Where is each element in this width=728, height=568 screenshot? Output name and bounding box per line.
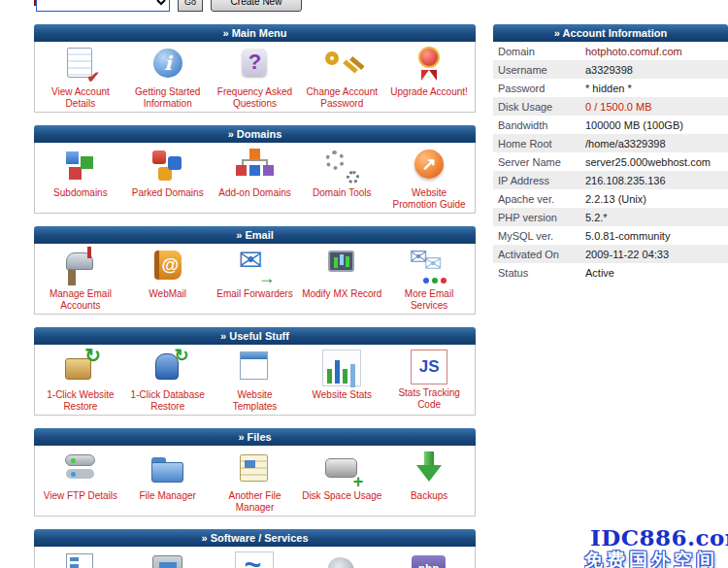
menu-item-1-click-database-restore[interactable]: 1-Click Database Restore xyxy=(124,350,212,412)
menu-item-manage-email-accounts[interactable]: Manage Email Accounts xyxy=(37,249,124,311)
menu-item-label: Modify MX Record xyxy=(298,288,385,300)
swan-icon xyxy=(320,551,363,568)
menu-item-label: Backups xyxy=(385,490,473,502)
parked-icon xyxy=(147,148,189,184)
account-info-value: 2009-11-22 04:33 xyxy=(585,249,669,260)
menu-item-php-icon[interactable] xyxy=(385,551,473,568)
account-info-row: Bandwidth100000 MB (100GB) xyxy=(493,116,728,134)
menu-item-view-ftp-details[interactable]: View FTP Details xyxy=(37,451,124,513)
account-info-row: Apache ver.2.2.13 (Unix) xyxy=(493,189,728,208)
menu-item-website-promotion-guide[interactable]: Website Promotion Guide xyxy=(385,148,473,210)
dolphin-icon xyxy=(235,551,274,568)
section-box: View Account DetailsGetting Started Info… xyxy=(34,42,476,113)
promote-icon xyxy=(408,148,450,184)
account-info-row: PHP version5.2.* xyxy=(493,208,728,226)
account-info-panel: » Account Information Domainhotphoto.com… xyxy=(493,24,728,282)
account-info-label: Disk Usage xyxy=(493,101,585,113)
account-info-value: 2.2.13 (Unix) xyxy=(585,193,646,205)
control-panel-page: Go Create New » Main MenuView Account De… xyxy=(0,0,728,568)
quick-jump-select[interactable] xyxy=(36,0,170,12)
ribbon-icon xyxy=(408,47,450,84)
info-icon xyxy=(147,47,189,84)
section-box: Manage Email AccountsWebMailEmail Forwar… xyxy=(34,244,476,315)
menu-item-label: 1-Click Website Restore xyxy=(37,389,124,412)
section-header: » Useful Stuff xyxy=(34,327,476,345)
menu-item-domain-tools[interactable]: Domain Tools xyxy=(298,148,385,210)
menu-item-modify-mx-record[interactable]: Modify MX Record xyxy=(298,249,385,311)
webmail-icon xyxy=(147,249,189,285)
menu-item-upgrade-account[interactable]: Upgrade Account! xyxy=(385,47,473,109)
menu-item-email-forwarders[interactable]: Email Forwarders xyxy=(212,249,299,311)
account-info-value: server25.000webhost.com xyxy=(585,156,711,168)
menu-item-package-icon[interactable] xyxy=(124,551,212,568)
account-info-label: Home Root xyxy=(493,138,585,150)
menu-item-label: Parked Domains xyxy=(124,187,212,199)
menu-item-label: Add-on Domains xyxy=(212,187,299,199)
account-info-header: » Account Information xyxy=(493,24,728,42)
menu-item-label: Subdomains xyxy=(37,187,124,199)
menu-item-parked-domains[interactable]: Parked Domains xyxy=(124,148,212,210)
watermark-text: IDC886.com xyxy=(590,524,728,551)
account-info-row: Server Nameserver25.000webhost.com xyxy=(493,152,728,171)
section-main-menu: » Main MenuView Account DetailsGetting S… xyxy=(34,24,476,113)
go-button[interactable]: Go xyxy=(178,0,203,12)
menu-item-getting-started-information[interactable]: Getting Started Information xyxy=(124,47,212,109)
account-info-value: /home/a3329398 xyxy=(585,138,666,150)
section-header: » Files xyxy=(34,428,476,446)
account-info-label: IP Address xyxy=(493,175,585,186)
sections: » Main MenuView Account DetailsGetting S… xyxy=(34,24,476,568)
account-info-row: Disk Usage0 / 1500.0 MB xyxy=(493,97,728,116)
menu-item-change-account-password[interactable]: Change Account Password xyxy=(298,47,385,109)
account-info-value: hotphoto.comuf.com xyxy=(585,46,682,57)
menu-item-label: Website Stats xyxy=(298,389,385,401)
menu-item-label: More Email Services xyxy=(385,288,473,311)
menu-item-app-window-icon[interactable] xyxy=(37,551,124,568)
more-email-icon xyxy=(408,249,450,285)
menu-item-website-templates[interactable]: Website Templates xyxy=(212,350,299,412)
menu-item-stats-tracking-code[interactable]: Stats Tracking Code xyxy=(385,350,473,412)
menu-item-webmail[interactable]: WebMail xyxy=(124,249,212,311)
section-box: View FTP DetailsFile ManagerAnother File… xyxy=(34,446,476,517)
account-info-value: 5.0.81-community xyxy=(585,230,670,242)
section-domains: » DomainsSubdomainsParked DomainsAdd-on … xyxy=(34,125,476,214)
menu-item-frequency-asked-questions[interactable]: Frequency Asked Questions xyxy=(212,47,299,109)
menu-item-file-manager[interactable]: File Manager xyxy=(124,451,212,513)
account-info-label: PHP version xyxy=(493,212,585,223)
account-info-label: MySQL ver. xyxy=(493,230,585,242)
cubes-icon xyxy=(59,148,102,184)
account-info-row: StatusActive xyxy=(493,263,728,282)
section-box: 1-Click Website Restore1-Click Database … xyxy=(34,345,476,416)
menu-item-label: Upgrade Account! xyxy=(385,86,473,98)
menu-item-label: Getting Started Information xyxy=(124,86,212,109)
account-info-row: Domainhotphoto.comuf.com xyxy=(493,42,728,60)
menu-item-label: File Manager xyxy=(124,490,212,502)
filebox-icon xyxy=(233,451,276,487)
menu-item-subdomains[interactable]: Subdomains xyxy=(37,148,124,210)
menu-item-dolphin-icon[interactable] xyxy=(212,551,299,568)
menu-item-backups[interactable]: Backups xyxy=(385,451,473,513)
menu-item-label: Domain Tools xyxy=(298,187,385,199)
menu-item-disk-space-usage[interactable]: Disk Space Usage xyxy=(298,451,385,513)
account-info-row: IP Address216.108.235.136 xyxy=(493,171,728,189)
stats-icon xyxy=(322,350,361,386)
account-info-label: Domain xyxy=(493,46,585,57)
question-icon xyxy=(233,47,276,84)
account-info-row: Usernamea3329398 xyxy=(493,60,728,79)
menu-item-another-file-manager[interactable]: Another File Manager xyxy=(212,451,299,513)
account-info-value: a3329398 xyxy=(585,64,633,76)
menu-item-label: Change Account Password xyxy=(298,86,385,109)
account-info-label: Activated On xyxy=(493,249,585,260)
menu-item-more-email-services[interactable]: More Email Services xyxy=(385,249,473,311)
menu-item-add-on-domains[interactable]: Add-on Domains xyxy=(212,148,299,210)
account-info-label: Password xyxy=(493,83,585,94)
account-info-rows: Domainhotphoto.comuf.comUsernamea3329398… xyxy=(493,42,728,282)
create-new-button[interactable]: Create New xyxy=(211,0,302,12)
menu-item-1-click-website-restore[interactable]: 1-Click Website Restore xyxy=(37,350,124,412)
account-info-value: 5.2.* xyxy=(585,212,608,223)
section-files: » FilesView FTP DetailsFile ManagerAnoth… xyxy=(34,428,476,517)
php-icon xyxy=(408,551,450,568)
menu-item-website-stats[interactable]: Website Stats xyxy=(298,350,385,412)
js-icon xyxy=(411,350,447,384)
menu-item-swan-icon[interactable] xyxy=(298,551,385,568)
menu-item-view-account-details[interactable]: View Account Details xyxy=(37,47,124,109)
